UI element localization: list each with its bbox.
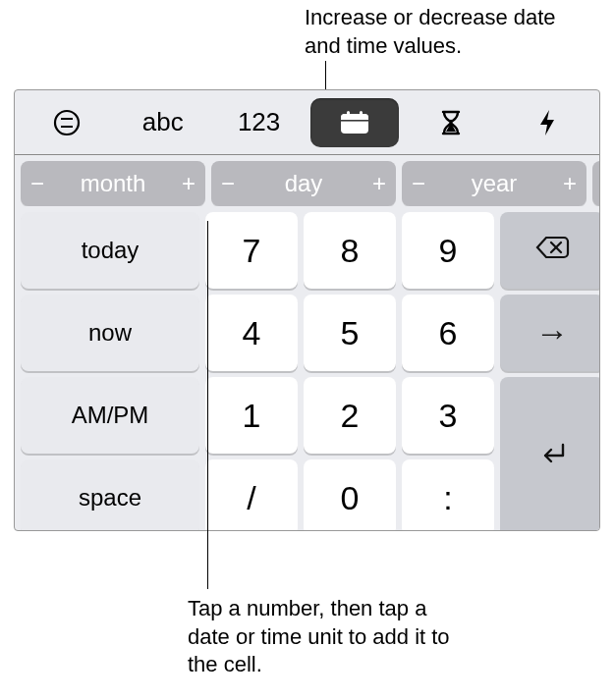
- key-7[interactable]: 7: [205, 212, 298, 289]
- year-label[interactable]: year: [472, 170, 518, 197]
- arrow-right-icon: →: [535, 314, 569, 352]
- stepper-row: − month + − day + − year + −: [15, 155, 599, 206]
- key-colon-label: :: [443, 479, 452, 517]
- key-grid: today 7 8 9 now 4 5 6 → AM/PM 1 2 3 spac…: [15, 206, 599, 531]
- key-5-label: 5: [341, 314, 360, 352]
- text-keyboard-label: abc: [142, 107, 184, 137]
- calendar-icon: [338, 109, 371, 136]
- callout-top: Increase or decrease date and time value…: [305, 4, 589, 60]
- callout-bottom-leader-inside: [207, 221, 208, 560]
- key-0[interactable]: 0: [304, 459, 396, 531]
- ampm-key[interactable]: AM/PM: [21, 377, 199, 454]
- now-key[interactable]: now: [21, 295, 199, 371]
- key-3-label: 3: [439, 397, 458, 435]
- key-9[interactable]: 9: [402, 212, 494, 289]
- key-6-label: 6: [439, 314, 458, 352]
- next-cell-key[interactable]: →: [500, 295, 600, 371]
- key-4-label: 4: [243, 314, 261, 352]
- callout-bottom-leader: [207, 560, 208, 589]
- backspace-icon: [534, 234, 570, 267]
- lightning-icon: [537, 108, 557, 137]
- svg-rect-6: [347, 111, 350, 118]
- text-keyboard-button[interactable]: abc: [119, 98, 207, 147]
- number-keyboard-button[interactable]: 123: [215, 98, 304, 147]
- year-stepper: − year +: [402, 161, 586, 206]
- svg-rect-5: [341, 120, 368, 122]
- duration-keyboard-button[interactable]: [407, 98, 495, 147]
- number-keyboard-label: 123: [238, 107, 280, 137]
- hourglass-icon: [440, 109, 462, 136]
- month-label[interactable]: month: [81, 170, 146, 197]
- key-slash-label: /: [247, 479, 255, 517]
- callout-bottom: Tap a number, then tap a date or time un…: [188, 595, 463, 679]
- month-stepper: − month +: [21, 161, 205, 206]
- key-4[interactable]: 4: [205, 295, 298, 371]
- key-0-label: 0: [341, 479, 360, 517]
- key-colon[interactable]: :: [402, 459, 494, 531]
- keyboard-toolbar: abc 123: [15, 90, 599, 155]
- quick-fill-button[interactable]: [503, 98, 591, 147]
- key-1-label: 1: [243, 397, 261, 435]
- formula-icon: [52, 108, 82, 137]
- key-8[interactable]: 8: [304, 212, 396, 289]
- now-label: now: [88, 319, 132, 347]
- svg-rect-7: [360, 111, 363, 118]
- today-key[interactable]: today: [21, 212, 199, 289]
- key-slash[interactable]: /: [205, 459, 298, 531]
- return-key[interactable]: [500, 377, 600, 531]
- overflow-decrease[interactable]: −: [598, 170, 599, 197]
- ampm-label: AM/PM: [72, 402, 149, 429]
- key-6[interactable]: 6: [402, 295, 494, 371]
- day-stepper: − day +: [211, 161, 396, 206]
- space-key[interactable]: space: [21, 459, 199, 531]
- today-label: today: [82, 237, 140, 264]
- svg-rect-4: [341, 114, 368, 121]
- return-icon: [535, 440, 569, 474]
- key-2-label: 2: [341, 397, 360, 435]
- month-decrease[interactable]: −: [30, 170, 44, 197]
- key-5[interactable]: 5: [304, 295, 396, 371]
- key-7-label: 7: [243, 232, 261, 270]
- formula-button[interactable]: [23, 98, 111, 147]
- key-3[interactable]: 3: [402, 377, 494, 454]
- key-8-label: 8: [341, 232, 360, 270]
- year-increase[interactable]: +: [563, 170, 577, 197]
- key-9-label: 9: [439, 232, 458, 270]
- date-keyboard-button[interactable]: [310, 98, 399, 147]
- callout-top-leader: [325, 61, 326, 89]
- year-decrease[interactable]: −: [412, 170, 425, 197]
- backspace-key[interactable]: [500, 212, 600, 289]
- month-increase[interactable]: +: [182, 170, 195, 197]
- date-time-keyboard: abc 123 − month + − day: [14, 89, 600, 531]
- day-increase[interactable]: +: [372, 170, 386, 197]
- stepper-overflow: −: [592, 161, 599, 206]
- space-label: space: [79, 484, 141, 512]
- svg-point-0: [55, 111, 79, 135]
- key-1[interactable]: 1: [205, 377, 298, 454]
- day-label[interactable]: day: [285, 170, 323, 197]
- key-2[interactable]: 2: [304, 377, 396, 454]
- day-decrease[interactable]: −: [221, 170, 235, 197]
